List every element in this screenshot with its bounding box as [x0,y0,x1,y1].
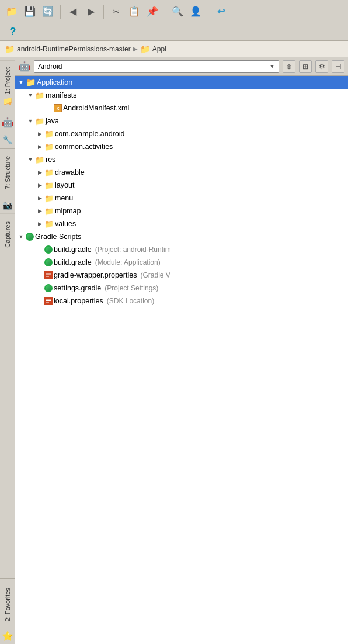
refresh-button[interactable]: 🔄 [40,4,56,20]
camera-icon: 📷 [1,199,14,212]
tree-item-androidmanifest[interactable]: X AndroidManifest.xml [15,102,348,115]
gradle-file-icon-1 [44,245,53,254]
tree-label-mipmap: mipmap [55,207,81,215]
open-folder-button[interactable]: 📁 [4,4,20,20]
search-button[interactable]: 🔍 [169,4,186,20]
expand-arrow-drawable[interactable] [36,169,43,176]
sync-button[interactable]: ⊕ [283,60,295,73]
captures-tab-label: Captures [4,221,11,248]
user-button[interactable]: 👤 [187,4,204,20]
dropdown-arrow-icon: ▼ [269,63,275,70]
back-button[interactable]: ◀ [65,4,81,20]
expand-arrow-com-example[interactable] [36,130,43,137]
toolbar-sep-3 [165,5,165,19]
tree-item-build-gradle-proj[interactable]: build.gradle (Project: android-Runtim [15,243,348,256]
sidebar-item-project[interactable]: 📁 1: Project [0,60,15,113]
import-button[interactable]: ↩ [213,4,229,20]
folder-icon-common-activities: 📁 [44,143,54,151]
paste-button[interactable]: 📌 [144,4,161,20]
project-tab-label: 1: Project [4,67,11,94]
folder-icon-layout: 📁 [44,181,54,190]
folder-icon-manifests: 📁 [35,91,44,100]
project-icon: 📁 [3,96,12,106]
tree-item-build-gradle-app[interactable]: build.gradle (Module: Application) [15,256,348,269]
tree-item-gradle-scripts[interactable]: Gradle Scripts [15,230,348,243]
tree-item-mipmap[interactable]: 📁 mipmap [15,205,348,217]
settings-button[interactable]: ⚙ [315,60,328,73]
expand-arrow-common-activities[interactable] [36,143,43,150]
tree-item-drawable[interactable]: 📁 drawable [15,166,348,179]
expand-arrow-mipmap[interactable] [36,207,43,214]
sidebar-item-favorites[interactable]: 2: Favorites [0,581,15,628]
props-file-icon-1 [44,271,53,279]
breadcrumb-folder-icon-2: 📁 [140,44,150,54]
tree-label-settings-gradle: settings.gradle [54,284,101,292]
tree-item-values[interactable]: 📁 values [15,217,348,230]
breadcrumb-item-1[interactable]: android-RuntimePermissions-master [17,45,131,53]
left-sidebar: 📁 1: Project 🤖 🔧 7: Structure 📷 Captures… [0,57,15,644]
tree-item-res[interactable]: 📁 res [15,153,348,166]
tree-sublabel-gradle-wrapper: (Gradle V [140,271,170,279]
tree-item-layout[interactable]: 📁 layout [15,179,348,192]
tree-spacer [15,307,348,424]
folder-icon-res: 📁 [35,155,44,164]
toolbar-sep-4 [208,5,208,19]
expand-arrow-application[interactable] [18,79,25,86]
folder-icon-application: 📁 [26,78,36,87]
tree-item-application[interactable]: 📁 Application [15,76,348,89]
android-dropdown[interactable]: Android ▼ [34,60,279,73]
save-button[interactable]: 💾 [22,4,38,20]
tree-item-java[interactable]: 📁 java [15,115,348,127]
sidebar-item-captures[interactable]: Captures [0,214,15,255]
tree-item-settings-gradle[interactable]: settings.gradle (Project Settings) [15,282,348,295]
xml-file-icon: X [54,104,62,112]
tree-label-manifests: manifests [46,91,77,99]
sidebar-item-structure[interactable]: 7: Structure [0,148,15,196]
tree-sublabel-settings-gradle: (Project Settings) [105,284,158,292]
svg-rect-7 [46,302,49,303]
tree-view[interactable]: 📁 Application 📁 manifests X AndroidManif… [15,76,348,644]
tree-item-local-properties[interactable]: local.properties (SDK Location) [15,295,348,307]
tree-item-gradle-wrapper[interactable]: gradle-wrapper.properties (Gradle V [15,269,348,282]
expand-arrow-gradle[interactable] [18,233,25,240]
tree-label-drawable: drawable [55,168,85,176]
project-panel: 🤖 Android ▼ ⊕ ⊞ ⚙ ⊣ 📁 Application [15,57,348,644]
svg-rect-1 [46,273,51,274]
collapse-button[interactable]: ⊣ [332,60,344,73]
forward-button[interactable]: ▶ [83,4,99,20]
main-row: 📁 1: Project 🤖 🔧 7: Structure 📷 Captures… [0,57,348,644]
help-button[interactable]: ? [5,24,21,40]
panel-header: 🤖 Android ▼ ⊕ ⊞ ⚙ ⊣ [15,57,348,76]
tree-sublabel-build-gradle-app: (Module: Application) [95,258,161,266]
favorites-star-icon: ⭐ [2,631,13,642]
tree-item-common-activities[interactable]: 📁 common.activities [15,140,348,153]
toolbar-sep-2 [103,5,104,19]
breadcrumb: 📁 android-RuntimePermissions-master ▶ 📁 … [0,41,348,57]
copy-button[interactable]: 📋 [126,4,142,20]
filter-button[interactable]: ⊞ [299,60,312,73]
tree-label-gradle-wrapper: gradle-wrapper.properties [54,271,137,279]
android-robot-icon: 🤖 [1,116,14,129]
gradle-file-icon-3 [44,284,53,292]
expand-arrow-res[interactable] [27,156,34,163]
breadcrumb-item-2[interactable]: Appl [152,45,166,53]
tree-label-local-properties: local.properties [54,297,103,305]
tree-item-menu[interactable]: 📁 menu [15,192,348,205]
expand-arrow-layout[interactable] [36,182,43,189]
breadcrumb-folder-icon: 📁 [5,44,15,54]
expand-arrow-values[interactable] [36,220,43,227]
folder-icon-mipmap: 📁 [44,207,54,216]
folder-icon-menu: 📁 [44,194,54,203]
props-file-icon-2 [44,297,53,305]
tree-label-layout: layout [55,181,74,189]
toolbar: 📁 💾 🔄 ◀ ▶ ✂ 📋 📌 🔍 👤 ↩ [0,0,348,23]
expand-arrow-java[interactable] [27,117,34,124]
expand-arrow-manifests[interactable] [27,92,34,99]
folder-icon-java: 📁 [35,117,44,126]
cut-button[interactable]: ✂ [108,4,124,20]
tree-label-application: Application [37,78,72,86]
tree-item-manifests[interactable]: 📁 manifests [15,89,348,102]
expand-arrow-menu[interactable] [36,195,43,202]
tree-sublabel-local-properties: (SDK Location) [107,297,154,305]
tree-item-com-example[interactable]: 📁 com.example.android [15,127,348,140]
